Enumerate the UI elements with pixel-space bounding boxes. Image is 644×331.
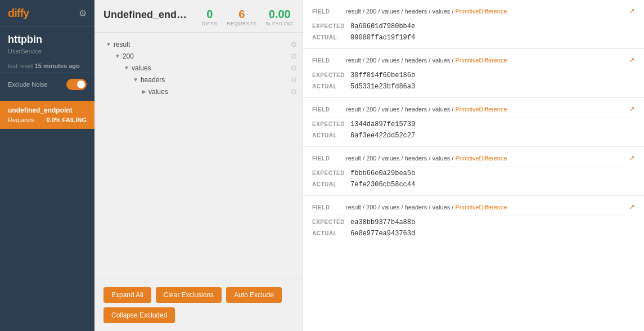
diff-expected-key-0: EXPECTED <box>312 23 346 29</box>
diff-field-path-3: result / 200 / values / headers / values… <box>346 155 629 162</box>
diffs-value: 0 <box>201 8 218 21</box>
diff-field-path-0: result / 200 / values / headers / values… <box>346 8 629 15</box>
tree-arrow-200: ▼ <box>115 53 120 59</box>
diff-field-path-4: result / 200 / values / headers / values… <box>346 204 629 211</box>
clear-exclusions-button[interactable]: Clear Exclusions <box>156 287 222 303</box>
right-panel: FIELD result / 200 / values / headers / … <box>303 0 644 331</box>
sidebar-header: diffy ⚙ <box>0 0 94 27</box>
tree-item-result[interactable]: ▼ result ⊙ <box>94 38 303 50</box>
endpoint-stats: Requests 0.0% FAILING <box>8 117 87 123</box>
diff-field-path-2: result / 200 / values / headers / values… <box>346 106 629 113</box>
gear-icon[interactable]: ⚙ <box>79 8 87 19</box>
auto-exclude-button[interactable]: Auto Exclude <box>226 287 282 303</box>
diff-expected-row-4: EXPECTED ea38bb9377b4a88b <box>312 218 635 226</box>
diff-field-path-1: result / 200 / values / headers / values… <box>346 57 629 64</box>
app-logo: diffy <box>8 7 29 20</box>
diff-expected-key-2: EXPECTED <box>312 120 346 127</box>
diff-field-key-1: FIELD <box>312 57 346 64</box>
diff-actual-value-2: 6af3ee422dd52c27 <box>350 132 635 140</box>
tree-arrow-values-sub: ▶ <box>142 88 146 95</box>
tree-item-values-sub[interactable]: ▶ values ⊙ <box>94 86 303 97</box>
diff-card-4: FIELD result / 200 / values / headers / … <box>303 196 644 244</box>
requests-label: REQUESTS <box>227 21 257 26</box>
diffs-stat: 0 DIFFS <box>201 8 218 26</box>
diff-actual-value-1: 5d5331e23bfd86a3 <box>350 83 635 91</box>
tree-item-values[interactable]: ▼ values ⊙ <box>94 62 303 74</box>
diff-field-key-3: FIELD <box>312 155 346 162</box>
endpoint-item[interactable]: undefined_endpoint Requests 0.0% FAILING <box>0 101 94 129</box>
failing-value: 0.00 <box>265 8 294 21</box>
diff-card-0: FIELD result / 200 / values / headers / … <box>303 0 644 49</box>
page-title: Undefined_endpoin <box>103 9 192 21</box>
tree-item-200[interactable]: ▼ 200 ⊙ <box>94 50 303 62</box>
endpoint-requests-label: Requests <box>8 117 34 123</box>
endpoint-failing-value: 0.0% FAILING <box>46 117 87 123</box>
diffs-label: DIFFS <box>201 21 218 26</box>
diff-actual-key-1: ACTUAL <box>312 83 346 90</box>
diff-field-key-0: FIELD <box>312 8 346 15</box>
requests-value: 6 <box>227 8 257 21</box>
diff-field-row-3: FIELD result / 200 / values / headers / … <box>312 154 635 162</box>
diff-field-row-0: FIELD result / 200 / values / headers / … <box>312 7 635 15</box>
diff-actual-row-3: ACTUAL 7efe2306cb58cc44 <box>312 181 635 189</box>
button-area: Expand All Clear Exclusions Auto Exclude… <box>94 279 303 331</box>
diff-card-3: FIELD result / 200 / values / headers / … <box>303 147 644 196</box>
diff-ext-link-1[interactable]: ↗ <box>629 56 635 64</box>
diff-ext-link-4[interactable]: ↗ <box>629 203 635 211</box>
diff-expected-value-4: ea38bb9377b4a88b <box>350 218 635 226</box>
diff-expected-row-0: EXPECTED 8a60601d7980bb4e <box>312 23 635 30</box>
diff-expected-value-1: 30ff014f60be186b <box>350 71 635 79</box>
tree-label-result: result <box>114 41 291 48</box>
tree-label-values: values <box>132 64 291 72</box>
diff-expected-row-1: EXPECTED 30ff014f60be186b <box>312 71 635 79</box>
diff-actual-row-4: ACTUAL 6e8e977ea943763d <box>312 230 635 238</box>
tree-settings-icon-result[interactable]: ⊙ <box>291 40 297 48</box>
diff-actual-value-0: 09080ffac19f19f4 <box>350 34 635 42</box>
diff-field-row-1: FIELD result / 200 / values / headers / … <box>312 56 635 64</box>
exclude-noise-label: Exclude Noise <box>8 81 47 88</box>
diff-field-row-2: FIELD result / 200 / values / headers / … <box>312 105 635 113</box>
diff-actual-row-0: ACTUAL 09080ffac19f19f4 <box>312 34 635 42</box>
tree-settings-icon-headers[interactable]: ⊙ <box>291 75 297 84</box>
diff-expected-value-0: 8a60601d7980bb4e <box>350 23 635 30</box>
tree-settings-icon-200[interactable]: ⊙ <box>291 52 297 60</box>
app-name: httpbin <box>0 27 94 48</box>
diff-actual-row-1: ACTUAL 5d5331e23bfd86a3 <box>312 83 635 91</box>
tree-area: ▼ result ⊙ ▼ 200 ⊙ ▼ values ⊙ ▼ headers … <box>94 33 303 279</box>
diff-card-1: FIELD result / 200 / values / headers / … <box>303 49 644 98</box>
diff-actual-key-4: ACTUAL <box>312 230 346 236</box>
exclude-noise-toggle[interactable] <box>66 79 87 90</box>
diff-expected-key-4: EXPECTED <box>312 218 346 225</box>
diff-ext-link-2[interactable]: ↗ <box>629 105 635 113</box>
main-panel: Undefined_endpoin 0 DIFFS 6 REQUESTS 0.0… <box>94 0 303 331</box>
main-header: Undefined_endpoin 0 DIFFS 6 REQUESTS 0.0… <box>94 0 303 33</box>
tree-label-headers: headers <box>141 76 291 84</box>
diff-actual-value-3: 7efe2306cb58cc44 <box>350 181 635 189</box>
diff-actual-key-2: ACTUAL <box>312 132 346 138</box>
tree-item-headers[interactable]: ▼ headers ⊙ <box>94 74 303 86</box>
tree-label-200: 200 <box>123 52 291 60</box>
collapse-excluded-button[interactable]: Collapse Excluded <box>103 307 175 323</box>
diff-ext-link-3[interactable]: ↗ <box>629 154 635 162</box>
failing-stat: 0.00 % FAILING <box>265 8 294 26</box>
tree-settings-icon-values-sub[interactable]: ⊙ <box>291 87 297 96</box>
diff-actual-key-3: ACTUAL <box>312 181 346 187</box>
exclude-noise-row: Exclude Noise <box>0 73 94 96</box>
diff-ext-link-0[interactable]: ↗ <box>629 7 635 15</box>
diff-field-row-4: FIELD result / 200 / values / headers / … <box>312 203 635 211</box>
expand-all-button[interactable]: Expand All <box>103 287 151 303</box>
diff-actual-key-0: ACTUAL <box>312 34 346 41</box>
diff-field-key-2: FIELD <box>312 106 346 113</box>
tree-settings-icon-values[interactable]: ⊙ <box>291 64 297 72</box>
endpoint-name: undefined_endpoint <box>8 106 87 114</box>
failing-label: % FAILING <box>265 21 294 26</box>
tree-arrow-result: ▼ <box>106 41 111 47</box>
tree-label-values-sub: values <box>148 88 291 96</box>
last-reset: last reset 15 minutes ago <box>0 59 94 73</box>
diff-actual-value-4: 6e8e977ea943763d <box>350 230 635 238</box>
diff-expected-key-3: EXPECTED <box>312 169 346 176</box>
diff-expected-key-1: EXPECTED <box>312 71 346 78</box>
tree-arrow-values: ▼ <box>124 65 129 71</box>
service-name: UserService <box>0 48 94 59</box>
requests-stat: 6 REQUESTS <box>227 8 257 26</box>
